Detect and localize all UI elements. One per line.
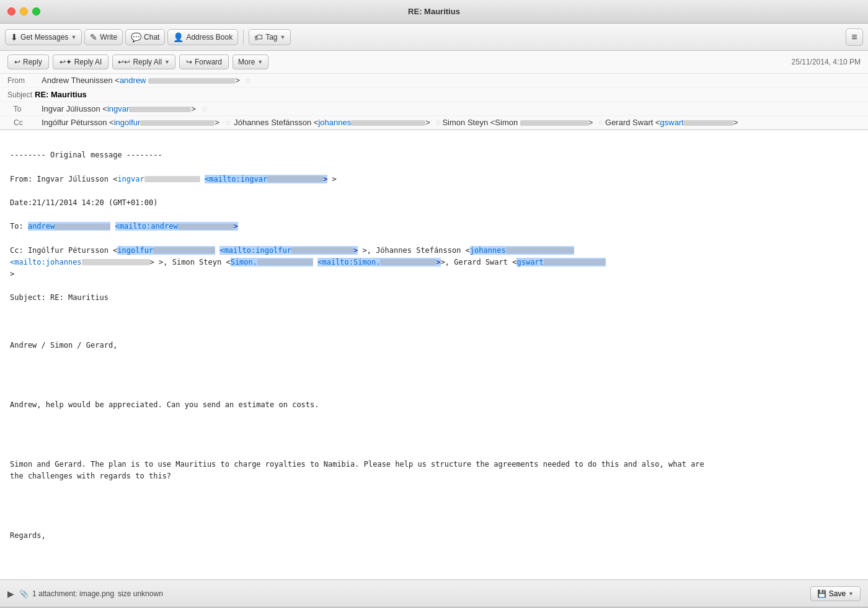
from-star-icon[interactable]: ☆ [244, 76, 252, 85]
reply-icon: ↩ [14, 58, 20, 66]
traffic-lights [7, 7, 40, 15]
bottom-bar: ▶ 📎 1 attachment: image.png size unknown… [0, 579, 868, 607]
cc-simon-q-link[interactable]: Simon. [231, 258, 313, 267]
attachment-size: size unknown [118, 589, 163, 598]
address-book-icon: 👤 [173, 32, 184, 42]
from-label: From [7, 76, 42, 85]
forward-button[interactable]: ↪ Forward [179, 55, 229, 69]
to-andrew-link[interactable]: andrew [28, 222, 110, 231]
cc-ingolfur-link[interactable]: ingolfur [114, 118, 215, 127]
mailto-andrew-link[interactable]: <mailto:andrew [115, 222, 234, 231]
write-icon: ✎ [90, 32, 97, 42]
forward-icon: ↪ [186, 58, 192, 66]
cc-label: Cc [7, 118, 42, 127]
from-email-link[interactable]: andrew [120, 76, 235, 85]
cc-gerard-link[interactable]: gswart [660, 118, 733, 127]
reply-all-dropdown-icon: ▼ [164, 59, 170, 65]
original-divider: -------- Original message -------- [10, 151, 162, 159]
play-button[interactable]: ▶ [7, 589, 14, 599]
date-quoted-line: Date:21/11/2014 14:20 (GMT+01:00) [10, 198, 157, 207]
subject-field: Subject RE: Mauritius [0, 87, 868, 102]
cc-joh-q-link[interactable]: johannes [470, 246, 574, 255]
from-field: From Andrew Theunissen <andrew > ☆ [0, 74, 868, 87]
more-dropdown-icon: ▼ [257, 59, 263, 65]
email-body[interactable]: -------- Original message -------- From:… [0, 130, 868, 579]
mailto-simon-q-link[interactable]: <mailto:Simon. [317, 258, 436, 267]
toolbar: ⬇ Get Messages ▼ ✎ Write 💬 Chat 👤 Addres… [0, 24, 868, 51]
cc-gerard-q-link[interactable]: gswart [516, 258, 605, 267]
ingvar-email-link[interactable]: ingvar [117, 175, 200, 183]
tag-dropdown-icon: ▼ [280, 34, 286, 40]
save-button[interactable]: 💾 Save ▼ [810, 586, 861, 601]
mailto-ingolfur-q-link[interactable]: <mailto:ingolfur [219, 246, 353, 255]
cc-simon-star[interactable]: ☆ [598, 118, 605, 127]
para2: Andrew, help would be appreciated. Can y… [10, 400, 319, 409]
save-icon: 💾 [817, 589, 826, 598]
chat-button[interactable]: 💬 Chat [125, 29, 165, 45]
title-bar: RE: Mauritius [0, 0, 868, 24]
tag-icon: 🏷 [254, 32, 263, 42]
reply-ai-icon: ↩✦ [60, 58, 72, 66]
to-email-link[interactable]: ingvar [107, 104, 191, 113]
close-button[interactable] [7, 7, 16, 15]
address-book-button[interactable]: 👤 Address Book [167, 29, 238, 45]
write-button[interactable]: ✎ Write [84, 29, 123, 45]
get-messages-dropdown-icon: ▼ [71, 34, 76, 40]
para3: Simon and Gerard. The plan is to use Mau… [10, 460, 704, 480]
get-messages-button[interactable]: ⬇ Get Messages ▼ [5, 29, 82, 45]
subject-label: Subject [7, 90, 32, 99]
toolbar-divider [243, 30, 244, 45]
window-title: RE: Mauritius [408, 7, 460, 16]
from-value: Andrew Theunissen <andrew > ☆ [42, 76, 861, 85]
mailto-ingvar-link[interactable]: <mailto:ingvar [205, 175, 323, 183]
tag-button[interactable]: 🏷 Tag ▼ [249, 29, 291, 45]
attachment-label: 1 attachment: image.png [32, 589, 114, 598]
reply-all-icon: ↩↩ [118, 58, 130, 66]
to-star-icon[interactable]: ☆ [201, 104, 208, 113]
subject-quoted-line: Subject: RE: Mauritius [10, 293, 108, 302]
more-button[interactable]: More ▼ [232, 55, 268, 69]
cc-joh-link[interactable]: johannes [318, 118, 425, 127]
chat-icon: 💬 [131, 32, 141, 42]
attachment-info: 📎 1 attachment: image.png size unknown [19, 589, 805, 598]
ingvar-sig: Ingvar [10, 579, 37, 579]
reply-all-button[interactable]: ↩↩ Reply All ▼ [112, 55, 175, 69]
attachment-icon: 📎 [19, 589, 29, 598]
subject-value: RE: Mauritius [35, 90, 87, 99]
maximize-button[interactable] [32, 7, 40, 15]
cc-joh-star[interactable]: ☆ [435, 118, 442, 127]
to-label: To [7, 105, 42, 113]
to-field: To Ingvar Júlíusson <ingvar> ☆ [0, 102, 868, 116]
reply-button[interactable]: ↩ Reply [7, 55, 49, 69]
email-header: ↩ Reply ↩✦ Reply AI ↩↩ Reply All ▼ ↪ For… [0, 51, 868, 130]
cc-ingolfur-star[interactable]: ☆ [224, 118, 232, 127]
minimize-button[interactable] [20, 7, 28, 15]
cc-ingolfur-q-link[interactable]: ingolfur [117, 246, 215, 255]
get-messages-icon: ⬇ [11, 32, 18, 42]
save-dropdown-icon: ▼ [848, 591, 854, 597]
mailto-joh-q-link[interactable]: <mailto:johannes [10, 258, 150, 267]
cc-value: Ingólfur Pétursson <ingolfur> ☆ Jóhannes… [42, 118, 861, 127]
para1: Andrew / Simon / Gerard, [10, 341, 117, 350]
to-quoted-line: To: andrew <mailto:andrew> [10, 222, 238, 231]
regards-line: Regards, [10, 531, 46, 540]
to-value: Ingvar Júlíusson <ingvar> ☆ [42, 104, 861, 113]
cc-field: Cc Ingólfur Pétursson <ingolfur> ☆ Jóhan… [0, 116, 868, 130]
menu-button[interactable]: ≡ [846, 29, 863, 46]
email-date: 25/11/2014, 4:10 PM [792, 58, 861, 66]
reply-ai-button[interactable]: ↩✦ Reply AI [53, 55, 109, 69]
from-quoted-line: From: Ingvar Júlíusson <ingvar <mailto:i… [10, 175, 337, 183]
email-body-content: -------- Original message -------- From:… [10, 138, 858, 579]
header-actions: ↩ Reply ↩✦ Reply AI ↩↩ Reply All ▼ ↪ For… [0, 51, 868, 74]
